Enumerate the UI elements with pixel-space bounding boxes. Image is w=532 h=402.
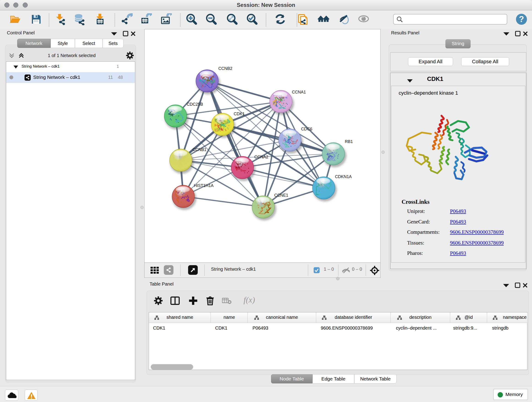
svg-text:CDC25B: CDC25B [187, 102, 203, 107]
svg-text:CCNA1: CCNA1 [292, 90, 306, 95]
svg-text:RB1: RB1 [345, 139, 353, 144]
svg-text:?: ? [519, 14, 524, 24]
svg-text:CCNA2: CCNA2 [254, 155, 268, 159]
svg-text:CCNB2: CCNB2 [218, 66, 232, 71]
svg-text:CDK1: CDK1 [234, 112, 245, 116]
svg-text:CDKN1A: CDKN1A [335, 174, 352, 179]
svg-text:CCNE1: CCNE1 [274, 193, 288, 198]
svg-text:CCNB1: CCNB1 [192, 147, 206, 152]
svg-text:CDC6: CDC6 [301, 127, 312, 131]
svg-text:HIST1H1A: HIST1H1A [194, 183, 214, 188]
